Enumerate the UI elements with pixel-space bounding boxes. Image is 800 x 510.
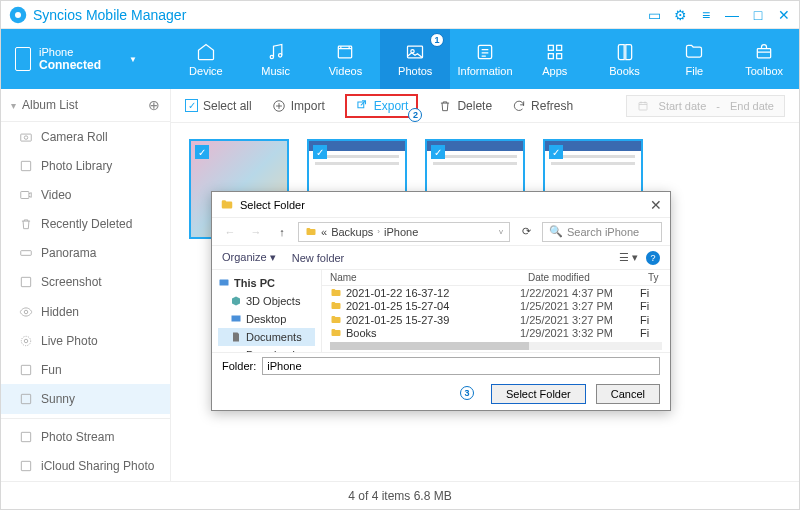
device-status[interactable]: iPhone Connected ▼: [1, 29, 171, 89]
sidebar-item-photolibrary[interactable]: Photo Library: [1, 151, 170, 180]
svg-rect-26: [639, 102, 647, 110]
chevron-down-icon[interactable]: ▼: [129, 55, 137, 64]
sidebar-item-cameraroll[interactable]: Camera Roll: [1, 122, 170, 151]
tree-node-documents[interactable]: Documents: [218, 328, 315, 346]
svg-rect-8: [556, 45, 561, 50]
sidebar: ▾ Album List ⊕ Camera Roll Photo Library…: [1, 89, 171, 481]
svg-rect-11: [757, 48, 770, 57]
refresh-icon[interactable]: ⟳: [516, 222, 536, 242]
phone-icon: [15, 47, 31, 71]
maximize-icon[interactable]: □: [751, 8, 765, 22]
device-connected: Connected: [39, 58, 101, 72]
sidebar-item-recentlydeleted[interactable]: Recently Deleted: [1, 210, 170, 239]
svg-rect-21: [21, 365, 30, 374]
refresh-button[interactable]: Refresh: [512, 99, 573, 113]
select-all[interactable]: ✓Select all: [185, 99, 252, 113]
svg-rect-28: [232, 316, 241, 322]
list-item[interactable]: 2021-01-22 16-37-121/22/2021 4:37 PMFi: [322, 286, 670, 300]
export-button[interactable]: Export 2: [345, 94, 419, 118]
new-folder-button[interactable]: New folder: [292, 252, 345, 264]
export-icon: [355, 99, 369, 113]
nav-toolbox[interactable]: Toolbox: [729, 29, 799, 89]
view-mode-icon[interactable]: ☰ ▾: [619, 251, 638, 265]
list-item[interactable]: 2021-01-25 15-27-041/25/2021 3:27 PMFi: [322, 300, 670, 314]
add-album-icon[interactable]: ⊕: [148, 97, 160, 113]
svg-point-18: [24, 310, 28, 314]
menu-icon[interactable]: ≡: [699, 8, 713, 22]
select-folder-dialog: Select Folder ✕ ← → ↑ « Backups› iPhone …: [211, 191, 671, 411]
callout-3: 3: [460, 386, 474, 400]
close-icon[interactable]: ✕: [650, 197, 662, 213]
svg-rect-14: [21, 161, 30, 170]
calendar-icon: [637, 100, 649, 112]
nav-books[interactable]: Books: [590, 29, 660, 89]
svg-rect-17: [21, 278, 30, 287]
callout-1: 1: [430, 33, 444, 47]
sidebar-item-video[interactable]: Video: [1, 180, 170, 209]
nav-file[interactable]: File: [659, 29, 729, 89]
app-logo-icon: [9, 6, 27, 24]
svg-rect-23: [21, 433, 30, 442]
sidebar-item-photostream[interactable]: Photo Stream: [1, 423, 170, 452]
help-icon[interactable]: ?: [646, 251, 660, 265]
folder-label: Folder:: [222, 360, 256, 372]
nav-music[interactable]: Music: [241, 29, 311, 89]
nav-apps[interactable]: Apps: [520, 29, 590, 89]
device-name: iPhone: [39, 46, 101, 58]
svg-rect-22: [21, 394, 30, 403]
sidebar-item-screenshot[interactable]: Screenshot: [1, 268, 170, 297]
svg-rect-10: [556, 53, 561, 58]
sidebar-header[interactable]: ▾ Album List ⊕: [1, 89, 170, 122]
close-icon[interactable]: ✕: [777, 8, 791, 22]
folder-input[interactable]: [262, 357, 660, 375]
list-item[interactable]: 2021-01-25 15-27-391/25/2021 3:27 PMFi: [322, 313, 670, 327]
svg-point-2: [278, 53, 281, 56]
titlebar: Syncios Mobile Manager ▭ ⚙ ≡ — □ ✕: [1, 1, 799, 29]
screen-icon[interactable]: ▭: [647, 8, 661, 22]
svg-rect-9: [548, 53, 553, 58]
cancel-button[interactable]: Cancel: [596, 384, 660, 404]
sidebar-item-icloudsharing[interactable]: iCloud Sharing Photo: [1, 452, 170, 481]
sidebar-item-livephoto[interactable]: Live Photo: [1, 326, 170, 355]
minimize-icon[interactable]: —: [725, 8, 739, 22]
nav-information[interactable]: Information: [450, 29, 520, 89]
date-filter[interactable]: Start date - End date: [626, 95, 785, 117]
gear-icon[interactable]: ⚙: [673, 8, 687, 22]
folder-icon: [220, 198, 234, 212]
search-input[interactable]: 🔍Search iPhone: [542, 222, 662, 242]
svg-rect-16: [21, 251, 32, 256]
nav-videos[interactable]: Videos: [311, 29, 381, 89]
folder-tree: This PC 3D Objects Desktop Documents Dow…: [212, 270, 322, 352]
nav-fwd-icon[interactable]: →: [246, 222, 266, 242]
nav-back-icon[interactable]: ←: [220, 222, 240, 242]
sidebar-item-fun[interactable]: Fun: [1, 355, 170, 384]
nav-up-icon[interactable]: ↑: [272, 222, 292, 242]
main-nav: iPhone Connected ▼ Device Music Videos P…: [1, 29, 799, 89]
svg-rect-7: [548, 45, 553, 50]
delete-button[interactable]: Delete: [438, 99, 492, 113]
nav-device[interactable]: Device: [171, 29, 241, 89]
tree-node-thispc[interactable]: This PC: [218, 274, 315, 292]
tree-node-desktop[interactable]: Desktop: [218, 310, 315, 328]
svg-rect-27: [220, 280, 229, 286]
organize-menu[interactable]: Organize ▾: [222, 251, 276, 264]
check-icon: ✓: [195, 145, 209, 159]
sidebar-item-sunny[interactable]: Sunny: [1, 384, 170, 413]
chevron-down-icon: ▾: [11, 100, 16, 111]
toolbar: ✓Select all Import Export 2 Delete Refre…: [171, 89, 799, 123]
list-item[interactable]: Books1/29/2021 3:32 PMFi: [322, 327, 670, 341]
folder-icon: [305, 226, 317, 238]
import-button[interactable]: Import: [272, 99, 325, 113]
svg-rect-24: [21, 462, 30, 471]
tree-node-3dobjects[interactable]: 3D Objects: [218, 292, 315, 310]
scrollbar[interactable]: [330, 342, 662, 350]
nav-photos[interactable]: Photos 1: [380, 29, 450, 89]
folder-list: NameDate modifiedTy 2021-01-22 16-37-121…: [322, 270, 670, 352]
sidebar-item-panorama[interactable]: Panorama: [1, 239, 170, 268]
select-folder-button[interactable]: Select Folder: [491, 384, 586, 404]
sidebar-item-hidden[interactable]: Hidden: [1, 297, 170, 326]
breadcrumb[interactable]: « Backups› iPhone v: [298, 222, 510, 242]
svg-rect-12: [21, 134, 32, 141]
checkbox-icon: ✓: [185, 99, 198, 112]
dialog-titlebar: Select Folder ✕: [212, 192, 670, 218]
